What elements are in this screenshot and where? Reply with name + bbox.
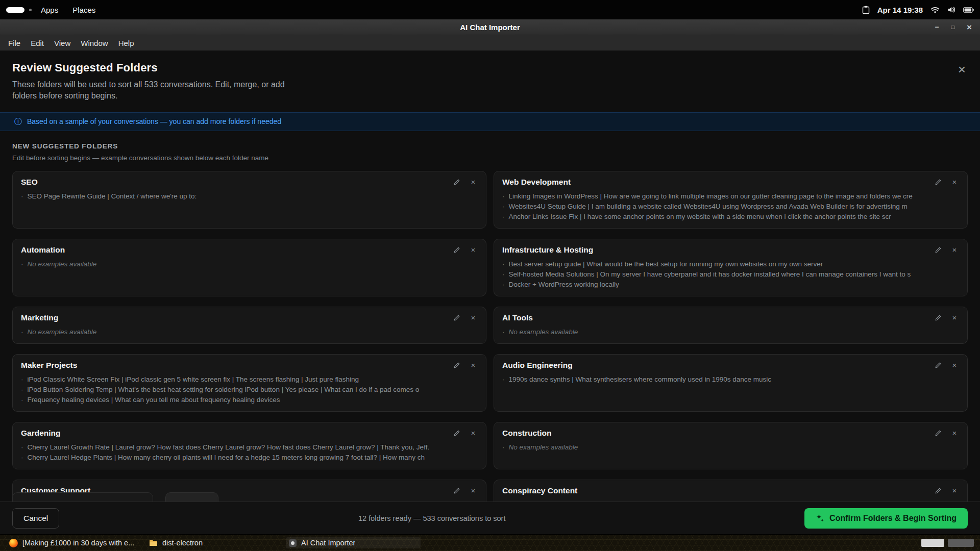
remove-folder-icon[interactable]: × <box>469 361 478 370</box>
remove-folder-icon[interactable]: × <box>950 429 959 438</box>
no-examples-label: ·No examples available <box>502 327 959 337</box>
folder-card-gardening: Gardening × ·Cherry Laurel Growth Rate |… <box>12 422 486 469</box>
menu-edit[interactable]: Edit <box>26 37 49 49</box>
folder-name: Conspiracy Content <box>502 486 577 495</box>
remove-folder-icon[interactable]: × <box>950 313 959 322</box>
edit-folder-icon[interactable] <box>452 313 461 322</box>
edit-folder-icon[interactable] <box>452 486 461 495</box>
close-dialog-icon[interactable]: × <box>958 63 966 76</box>
edit-folder-icon[interactable] <box>934 245 943 255</box>
taskbar-item-ai-chat-importer[interactable]: AI Chat Importer <box>286 537 421 548</box>
section-header: NEW SUGGESTED FOLDERS Edit before sortin… <box>0 131 980 162</box>
topbar-places-menu[interactable]: Places <box>67 4 101 16</box>
menu-file[interactable]: File <box>3 37 26 49</box>
tray-indicator-light[interactable] <box>921 539 944 547</box>
dialog-footer: Cancel 12 folders ready — 533 conversati… <box>0 502 980 534</box>
remove-folder-icon[interactable]: × <box>469 486 478 495</box>
menu-help[interactable]: Help <box>113 37 139 49</box>
folder-name: Audio Engineering <box>502 361 573 370</box>
taskbar-item-dist-electron[interactable]: dist-electron <box>146 537 281 548</box>
page-subtitle: These folders will be used to sort all 5… <box>12 79 306 102</box>
firefox-icon <box>9 539 18 547</box>
taskbar-tray <box>921 539 974 547</box>
menu-view[interactable]: View <box>49 37 76 49</box>
folder-card-maker-projects: Maker Projects × ·iPod Classic White Scr… <box>12 354 486 412</box>
info-icon: ⓘ <box>14 117 22 127</box>
folder-card-infrastructure-hosting: Infrastructure & Hosting × ·Best server … <box>494 239 968 296</box>
edit-folder-icon[interactable] <box>934 361 943 370</box>
edit-folder-icon[interactable] <box>934 486 943 495</box>
workspace-dot[interactable] <box>29 9 32 11</box>
remove-folder-icon[interactable]: × <box>950 245 959 255</box>
example-conversation: ·iPod Button Soldering Temp | What's the… <box>21 385 478 395</box>
ai-chat-importer-icon <box>289 539 297 547</box>
folder-card-automation: Automation × ·No examples available <box>12 239 486 296</box>
example-conversation: ·Frequency healing devices | What can yo… <box>21 395 478 405</box>
tray-indicator-dark[interactable] <box>948 539 974 547</box>
example-conversation: ·Docker + WordPress working locally <box>502 280 959 290</box>
remove-folder-icon[interactable]: × <box>469 313 478 322</box>
remove-folder-icon[interactable]: × <box>950 486 959 495</box>
taskbar-item-browser[interactable]: [Making £1000 in 30 days with e... <box>6 537 141 549</box>
battery-icon[interactable] <box>963 7 974 13</box>
window-menubar: File Edit View Window Help <box>0 35 980 51</box>
folder-name: Maker Projects <box>21 361 77 370</box>
workspace-indicator[interactable] <box>6 7 24 13</box>
no-examples-label: ·No examples available <box>502 442 959 453</box>
window-titlebar[interactable]: AI Chat Importer − □ × <box>0 19 980 35</box>
example-conversation: ·Linking Images in WordPress | How are w… <box>502 191 959 202</box>
taskbar: [Making £1000 in 30 days with e... dist-… <box>0 534 980 551</box>
edit-folder-icon[interactable] <box>934 313 943 322</box>
maximize-icon[interactable]: □ <box>951 24 954 30</box>
confirm-folders-button[interactable]: Confirm Folders & Begin Sorting <box>804 508 968 529</box>
example-conversation: ·Self-hosted Media Solutions | On my ser… <box>502 269 959 280</box>
wifi-icon[interactable] <box>930 7 940 13</box>
footer-status: 12 folders ready — 533 conversations to … <box>59 514 804 522</box>
remove-folder-icon[interactable]: × <box>469 245 478 255</box>
desktop: Apps Places Apr 14 19:38 <box>0 0 980 551</box>
edit-folder-icon[interactable] <box>452 245 461 255</box>
folder-name: Construction <box>502 429 551 438</box>
remove-folder-icon[interactable]: × <box>950 178 959 187</box>
folder-name: Web Development <box>502 178 571 187</box>
topbar-apps-menu[interactable]: Apps <box>36 4 63 16</box>
minimize-icon[interactable]: − <box>935 23 939 31</box>
dialog-content: Review Suggested Folders These folders w… <box>0 51 980 534</box>
folder-card-ai-tools: AI Tools × ·No examples available <box>494 307 968 344</box>
example-conversation: ·Cherry Laurel Hedge Plants | How many c… <box>21 453 478 463</box>
folder-name: Infrastructure & Hosting <box>502 245 593 255</box>
cancel-button[interactable]: Cancel <box>12 508 59 529</box>
window-title: AI Chat Importer <box>460 23 520 32</box>
sparkles-icon <box>816 514 824 522</box>
info-banner: ⓘ Based on a sample of your conversation… <box>0 112 980 131</box>
example-conversation: ·Websites4U Setup Guide | I am building … <box>502 202 959 212</box>
edit-folder-icon[interactable] <box>452 178 461 187</box>
remove-folder-icon[interactable]: × <box>950 361 959 370</box>
folder-icon <box>149 539 158 546</box>
no-examples-label: ·No examples available <box>21 327 478 337</box>
edit-folder-icon[interactable] <box>452 361 461 370</box>
edit-folder-icon[interactable] <box>934 429 943 438</box>
clipboard-icon[interactable] <box>862 6 870 14</box>
close-window-icon[interactable]: × <box>967 23 972 32</box>
menu-window[interactable]: Window <box>76 37 113 49</box>
app-window: AI Chat Importer − □ × File Edit View Wi… <box>0 19 980 534</box>
folder-card-audio-engineering: Audio Engineering × ·1990s dance synths … <box>494 354 968 412</box>
remove-folder-icon[interactable]: × <box>469 429 478 438</box>
folder-card-marketing: Marketing × ·No examples available <box>12 307 486 344</box>
folder-card-seo: SEO × ·SEO Page Rewrite Guide | Context … <box>12 171 486 229</box>
info-banner-text: Based on a sample of your conversations … <box>27 117 281 126</box>
page-title: Review Suggested Folders <box>12 61 968 74</box>
folder-name: Gardening <box>21 429 61 438</box>
volume-icon[interactable] <box>947 6 955 13</box>
edit-folder-icon[interactable] <box>452 429 461 438</box>
example-conversation: ·Best server setup guide | What would be… <box>502 259 959 269</box>
remove-folder-icon[interactable]: × <box>469 178 478 187</box>
section-subtitle: Edit before sorting begins — example con… <box>12 154 968 162</box>
example-conversation: ·1990s dance synths | What synthesisers … <box>502 374 959 385</box>
section-title: NEW SUGGESTED FOLDERS <box>12 142 968 150</box>
edit-folder-icon[interactable] <box>934 178 943 187</box>
clock[interactable]: Apr 14 19:38 <box>877 6 923 14</box>
folder-name: Marketing <box>21 313 58 322</box>
folder-card-construction: Construction × ·No examples available <box>494 422 968 469</box>
